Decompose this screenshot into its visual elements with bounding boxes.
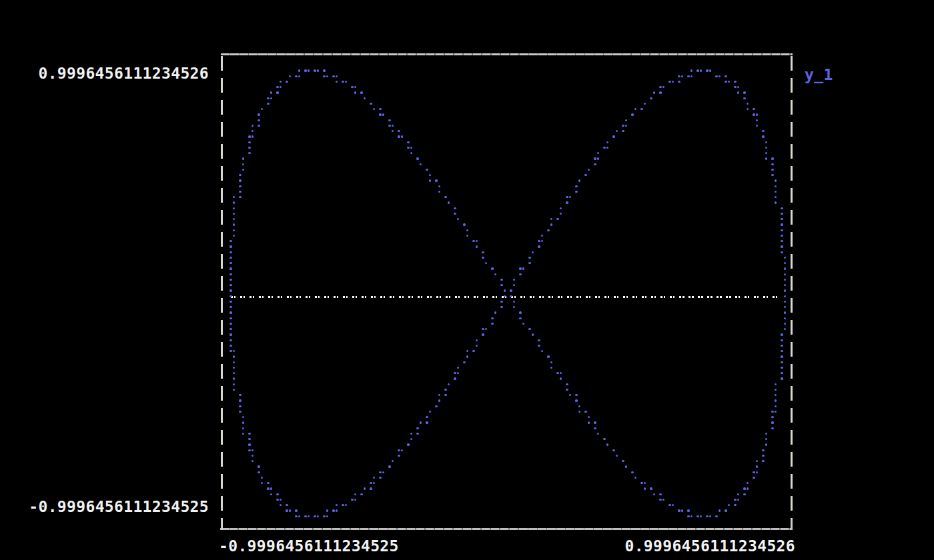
curve-dot <box>336 504 338 506</box>
curve-dot <box>326 509 328 511</box>
curve-dot <box>747 482 749 484</box>
curve-dot <box>239 174 241 176</box>
curve-dot <box>538 345 540 347</box>
curve-dot <box>784 284 786 286</box>
curve-dot <box>756 125 758 127</box>
curve-dot <box>308 515 310 517</box>
curve-dot <box>248 152 250 154</box>
curve-dot <box>289 509 291 511</box>
curve-dot <box>239 191 241 193</box>
curve-dot <box>594 163 596 165</box>
curve-dot <box>295 509 297 511</box>
curve-dot <box>606 443 608 445</box>
curve-dot <box>588 416 590 418</box>
curve-dot <box>500 279 502 281</box>
curve-dot <box>550 218 552 220</box>
curve-dot <box>345 504 347 506</box>
curve-dot <box>781 245 783 247</box>
curve-dot <box>659 493 661 495</box>
curve-dot <box>267 97 269 99</box>
curve-dot <box>354 493 356 495</box>
curve-dot <box>295 515 297 517</box>
curve-dot <box>298 75 300 77</box>
curve-dot <box>229 245 231 247</box>
curve-dot <box>242 157 244 159</box>
curve-dot <box>286 81 288 83</box>
curve-dot <box>398 130 400 132</box>
curve-dot <box>756 460 758 462</box>
curve-dot <box>342 81 344 83</box>
curve-dot <box>485 328 487 330</box>
curve-dot <box>398 455 400 457</box>
curve-dot <box>304 69 306 71</box>
curve-dot <box>743 493 745 495</box>
curve-dot <box>410 433 412 435</box>
curve-dot <box>252 460 254 462</box>
curve-dot <box>407 443 409 445</box>
curve-dot <box>444 394 446 396</box>
curve-dot <box>229 289 231 291</box>
curve-dot <box>323 75 325 77</box>
curve-dot <box>775 389 777 391</box>
curve-dot <box>239 394 241 396</box>
curve-dot <box>351 499 353 501</box>
curve-dot <box>239 196 241 198</box>
curve-dot <box>476 345 478 347</box>
curve-dot <box>494 273 496 275</box>
curve-dot <box>541 235 543 237</box>
curve-dot <box>532 333 534 335</box>
curve-dot <box>765 433 767 435</box>
curve-dot <box>784 289 786 291</box>
curve-dot <box>672 504 674 506</box>
curve-dot <box>706 69 708 71</box>
curve-dot <box>784 273 786 275</box>
curve-dot <box>370 487 372 489</box>
curve-dot <box>765 157 767 159</box>
curve-dot <box>252 130 254 132</box>
x-axis-label-min: -0.9996456111234525 <box>219 538 399 555</box>
curve-dot <box>784 323 786 325</box>
curve-dot <box>233 361 235 363</box>
curve-dot <box>229 339 231 341</box>
curve-dot <box>373 477 375 479</box>
curve-dot <box>737 493 739 495</box>
curve-dot <box>438 191 440 193</box>
curve-dot <box>538 240 540 242</box>
curve-dot <box>298 515 300 517</box>
curve-dot <box>662 499 664 501</box>
curve-dot <box>466 235 468 237</box>
curve-dot <box>233 223 235 225</box>
curve-dot <box>653 493 655 495</box>
curve-dot <box>653 91 655 93</box>
curve-dot <box>644 482 646 484</box>
curve-dot <box>370 103 372 105</box>
curve-dot <box>640 482 642 484</box>
curve-dot <box>491 317 493 319</box>
curve-dot <box>541 350 543 352</box>
curve-dot <box>229 284 231 286</box>
curve-dot <box>466 229 468 231</box>
curve-dot <box>233 218 235 220</box>
curve-dot <box>781 213 783 215</box>
curve-dot <box>678 509 680 511</box>
curve-dot <box>513 279 515 281</box>
curve-dot <box>239 185 241 187</box>
curve-dot <box>775 399 777 401</box>
curve-dot <box>398 449 400 451</box>
curve-dot <box>233 372 235 374</box>
curve-dot <box>550 223 552 225</box>
curve-dot <box>728 504 730 506</box>
curve-dot <box>252 449 254 451</box>
curve-dot <box>500 306 502 308</box>
curve-dot <box>472 350 474 352</box>
curve-dot <box>354 499 356 501</box>
curve-dot <box>672 81 674 83</box>
curve-dot <box>444 196 446 198</box>
curve-dot <box>457 218 459 220</box>
curve-dot <box>229 257 231 259</box>
curve-dot <box>709 515 711 517</box>
curve-dot <box>762 460 764 462</box>
curve-dot <box>482 251 484 253</box>
curve-dot <box>771 157 773 159</box>
curve-dot <box>584 174 586 176</box>
